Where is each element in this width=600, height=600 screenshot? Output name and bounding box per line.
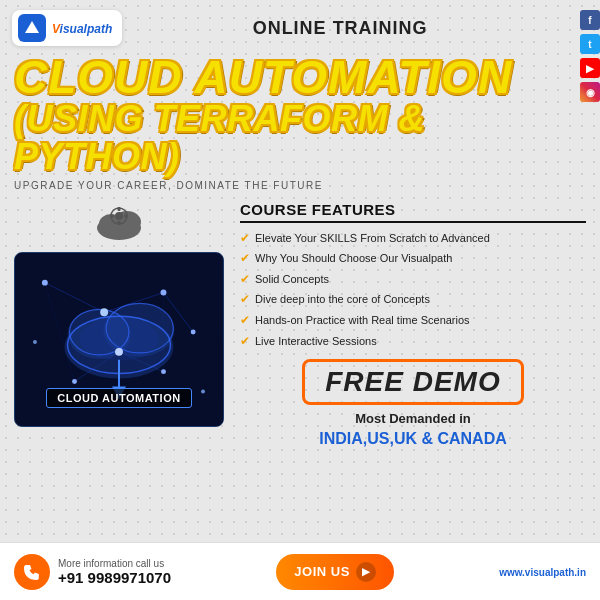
- feature-item-6: ✔ Live Interactive Sessions: [240, 334, 586, 350]
- feature-item-2: ✔ Why You Should Choose Our Visualpath: [240, 251, 586, 267]
- svg-rect-6: [118, 207, 121, 211]
- gear-cloud-icon: [89, 201, 149, 246]
- right-column: COURSE FEATURES ✔ Elevate Your SKILLS Fr…: [240, 201, 586, 448]
- features-list: ✔ Elevate Your SKILLS From Scratch to Ad…: [240, 231, 586, 350]
- main-title-section: CLOUD AUTOMATION (USING TERRAFORM & PYTH…: [0, 52, 600, 193]
- join-arrow-icon: ▶: [356, 562, 376, 582]
- check-icon-1: ✔: [240, 231, 250, 247]
- free-demo-section: FREE DEMO Most Demanded in INDIA,US,UK &…: [240, 359, 586, 448]
- check-icon-2: ✔: [240, 251, 250, 267]
- svg-point-29: [161, 289, 167, 295]
- left-column: CLOUD AUTOMATION: [14, 201, 224, 427]
- svg-rect-8: [110, 215, 114, 218]
- logo-icon: [18, 14, 46, 42]
- phone-icon: [14, 554, 50, 590]
- svg-point-33: [161, 369, 166, 374]
- feature-item-3: ✔ Solid Concepts: [240, 272, 586, 288]
- feature-item-1: ✔ Elevate Your SKILLS From Scratch to Ad…: [240, 231, 586, 247]
- svg-point-35: [201, 389, 205, 393]
- check-icon-6: ✔: [240, 334, 250, 350]
- content-area: CLOUD AUTOMATION COURSE FEATURES ✔ Eleva…: [0, 193, 600, 448]
- youtube-icon[interactable]: ▶: [580, 58, 600, 78]
- twitter-icon[interactable]: t: [580, 34, 600, 54]
- feature-item-5: ✔ Hands-on Practice with Real time Scena…: [240, 313, 586, 329]
- check-icon-3: ✔: [240, 272, 250, 288]
- svg-rect-9: [124, 215, 128, 218]
- page-container: f t ▶ ◉ Visualpath ONLINE TRAINING CLOUD…: [0, 0, 600, 600]
- logo[interactable]: Visualpath: [12, 10, 122, 46]
- feature-text-6: Live Interactive Sessions: [255, 334, 377, 348]
- feature-item-4: ✔ Dive deep into the core of Concepts: [240, 292, 586, 308]
- bottom-bar: More information call us +91 9989971070 …: [0, 542, 600, 600]
- facebook-icon[interactable]: f: [580, 10, 600, 30]
- phone-info: More information call us +91 9989971070: [58, 558, 171, 586]
- free-demo-label: FREE DEMO: [325, 366, 500, 397]
- social-icons: f t ▶ ◉: [580, 10, 600, 102]
- cloud-automation-image: CLOUD AUTOMATION: [14, 252, 224, 427]
- feature-text-5: Hands-on Practice with Real time Scenari…: [255, 313, 470, 327]
- svg-point-28: [100, 308, 108, 316]
- svg-point-32: [72, 379, 77, 384]
- website-label: www.visualpath.in: [499, 566, 586, 578]
- phone-number: +91 9989971070: [58, 569, 171, 586]
- check-icon-4: ✔: [240, 292, 250, 308]
- svg-marker-0: [25, 21, 39, 33]
- svg-point-30: [191, 329, 196, 334]
- cloud-image-label: CLOUD AUTOMATION: [46, 388, 191, 408]
- sub-title: (USING TERRAFORM & PYTHON): [14, 100, 586, 176]
- main-title: CLOUD AUTOMATION: [14, 54, 586, 100]
- logo-text: Visualpath: [52, 21, 112, 36]
- svg-rect-7: [118, 221, 121, 225]
- svg-point-36: [79, 317, 158, 360]
- feature-text-1: Elevate Your SKILLS From Scratch to Adva…: [255, 231, 490, 245]
- free-demo-box: FREE DEMO: [302, 359, 523, 405]
- join-us-button[interactable]: JOIN US ▶: [276, 554, 394, 590]
- phone-label: More information call us: [58, 558, 171, 569]
- feature-text-3: Solid Concepts: [255, 272, 329, 286]
- countries-label: INDIA,US,UK & CANADA: [240, 430, 586, 448]
- svg-point-5: [115, 212, 123, 220]
- feature-text-2: Why You Should Choose Our Visualpath: [255, 251, 452, 265]
- instagram-icon[interactable]: ◉: [580, 82, 600, 102]
- tagline: UPGRADE YOUR CAREER, DOMINATE THE FUTURE: [14, 180, 586, 191]
- most-demanded-label: Most Demanded in: [240, 411, 586, 428]
- training-type-label: ONLINE TRAINING: [122, 18, 558, 39]
- join-btn-label: JOIN US: [294, 564, 350, 579]
- svg-point-27: [42, 279, 48, 285]
- top-bar: Visualpath ONLINE TRAINING: [0, 0, 600, 52]
- feature-text-4: Dive deep into the core of Concepts: [255, 292, 430, 306]
- svg-point-34: [33, 340, 37, 344]
- course-features-heading: COURSE FEATURES: [240, 201, 586, 223]
- website-text: www.visualpath.in: [499, 567, 586, 578]
- phone-section: More information call us +91 9989971070: [14, 554, 171, 590]
- check-icon-5: ✔: [240, 313, 250, 329]
